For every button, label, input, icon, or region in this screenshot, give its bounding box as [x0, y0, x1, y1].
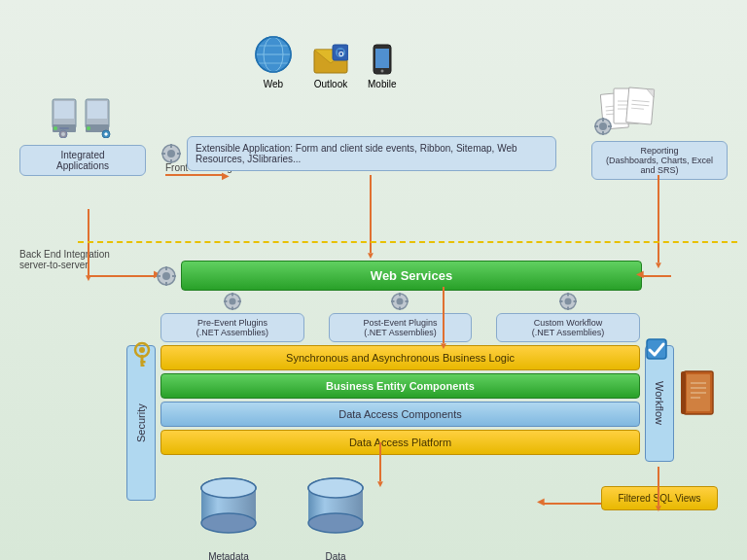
svg-point-100 — [308, 478, 363, 498]
svg-rect-56 — [165, 266, 167, 270]
svg-point-10 — [87, 126, 90, 130]
svg-rect-59 — [172, 275, 176, 277]
custom-workflow-gear-icon — [558, 292, 578, 311]
report-book-icon — [679, 369, 718, 420]
server-icon-2 — [85, 97, 114, 138]
svg-rect-63 — [231, 307, 233, 311]
web-services-label: Web Services — [371, 268, 452, 283]
svg-rect-57 — [165, 282, 167, 286]
integrated-apps-box: Integrated Applications — [19, 145, 146, 176]
svg-rect-4 — [59, 127, 69, 129]
sync-async-layer: Synchronous and Asynchronous Business Lo… — [160, 345, 640, 370]
data-platform-label: Data Access Platform — [349, 437, 451, 448]
business-layers: Synchronous and Asynchronous Business Lo… — [160, 345, 640, 458]
svg-point-61 — [229, 298, 235, 305]
svg-rect-65 — [237, 300, 241, 302]
svg-rect-50 — [170, 144, 172, 148]
svg-rect-53 — [177, 153, 181, 155]
reporting-gear-icon — [593, 117, 613, 136]
svg-point-79 — [139, 347, 145, 353]
server-icon-1 — [52, 97, 81, 138]
svg-point-43 — [599, 122, 607, 130]
svg-rect-44 — [602, 118, 604, 122]
data-access-label: Data Access Components — [338, 408, 462, 420]
databases-section: Metadata Data — [195, 476, 370, 560]
svg-rect-75 — [567, 307, 569, 311]
integrated-apps-label: Integrated Applications — [56, 150, 109, 171]
web-clients-section: Web O Outlook Mobile — [253, 34, 396, 93]
pre-event-plugin: Pre-Event Plugins(.NET Assemblies) — [160, 292, 304, 342]
data-cylinder-icon — [302, 476, 370, 535]
svg-rect-70 — [391, 300, 395, 302]
svg-point-67 — [397, 298, 404, 305]
frontend-extensible-text: Extensible Application: Form and client … — [196, 143, 517, 164]
svg-rect-46 — [594, 125, 598, 127]
backend-arrow: ▶ — [88, 275, 156, 277]
svg-point-55 — [162, 272, 170, 280]
business-entity-label: Business Entity Components — [326, 380, 475, 392]
integrated-apps-section: Integrated Applications — [19, 97, 146, 176]
svg-rect-69 — [399, 307, 401, 311]
diagram-container: Integrated Applications Front End Integr… — [0, 0, 747, 560]
back-end-label: Back End Integrationserver-to-server — [19, 249, 117, 270]
svg-rect-82 — [141, 365, 145, 367]
security-key-icon — [131, 340, 153, 369]
pre-event-label: Pre-Event Plugins(.NET Assemblies) — [196, 318, 268, 337]
reporting-to-ws-arrow: ◀ — [642, 275, 671, 277]
server-icons — [19, 97, 146, 140]
frontend-gear-icon — [160, 143, 182, 164]
web-services-bar: Web Services — [181, 261, 642, 291]
metadata-label: Metadata — [195, 551, 263, 560]
pre-event-gear-icon — [223, 292, 242, 311]
workflow-check-icon — [646, 338, 667, 362]
svg-rect-76 — [559, 300, 563, 302]
custom-workflow-label: Custom Workflow(.NET Assemblies) — [532, 318, 604, 337]
web-services-row: Web Services — [156, 261, 642, 291]
platform-to-db-arrow: ▼ — [379, 442, 381, 481]
custom-workflow-plugin: Custom Workflow(.NET Assemblies) — [496, 292, 640, 342]
web-services-gear-icon — [156, 265, 177, 287]
business-entity-layer: Business Entity Components — [160, 373, 640, 399]
svg-point-99 — [308, 513, 363, 533]
svg-rect-25 — [375, 49, 389, 68]
outlook-label: Outlook — [313, 79, 348, 89]
pre-event-plugin-box: Pre-Event Plugins(.NET Assemblies) — [160, 313, 304, 342]
mobile-icon — [373, 44, 392, 75]
web-label: Web — [253, 79, 294, 89]
svg-point-3 — [53, 126, 57, 130]
reporting-box: Reporting(Dashboards, Charts, Excel and … — [591, 141, 728, 180]
post-event-plugin-box: Post-Event Plugins(.NET Assemblies) — [329, 313, 473, 342]
workflow-to-sql-arrow: ▼ — [658, 467, 659, 506]
reporting-label: Reporting(Dashboards, Charts, Excel and … — [606, 146, 713, 175]
svg-rect-81 — [141, 361, 146, 364]
svg-point-6 — [61, 132, 65, 136]
reporting-down-arrow: ▼ — [658, 175, 659, 262]
svg-rect-52 — [161, 153, 165, 155]
custom-workflow-plugin-box: Custom Workflow(.NET Assemblies) — [496, 313, 640, 342]
data-db: Data — [302, 476, 370, 560]
post-event-gear-icon — [390, 292, 409, 311]
svg-rect-74 — [567, 293, 569, 297]
svg-rect-51 — [170, 159, 172, 163]
metadata-cylinder-icon — [195, 476, 263, 535]
data-access-layer: Data Access Components — [160, 402, 640, 427]
back-end-text: Back End Integrationserver-to-server — [19, 249, 110, 270]
plugins-row: Pre-Event Plugins(.NET Assemblies) Post-… — [160, 292, 640, 342]
svg-point-73 — [565, 298, 572, 305]
report-doc-3 — [624, 87, 657, 127]
svg-text:O: O — [338, 51, 344, 57]
svg-rect-45 — [602, 131, 604, 135]
svg-rect-64 — [224, 300, 228, 302]
dashed-separator — [78, 241, 737, 243]
svg-rect-77 — [574, 300, 578, 302]
workflow-label: Workflow — [645, 345, 674, 462]
svg-rect-1 — [54, 101, 74, 119]
svg-point-49 — [167, 150, 175, 158]
svg-rect-68 — [399, 293, 401, 297]
mobile-label: Mobile — [368, 79, 396, 89]
svg-rect-62 — [231, 293, 233, 297]
outlook-icon: O — [313, 44, 348, 75]
svg-rect-58 — [157, 275, 160, 277]
post-event-label: Post-Event Plugins(.NET Assemblies) — [363, 318, 437, 337]
svg-rect-8 — [88, 101, 107, 119]
